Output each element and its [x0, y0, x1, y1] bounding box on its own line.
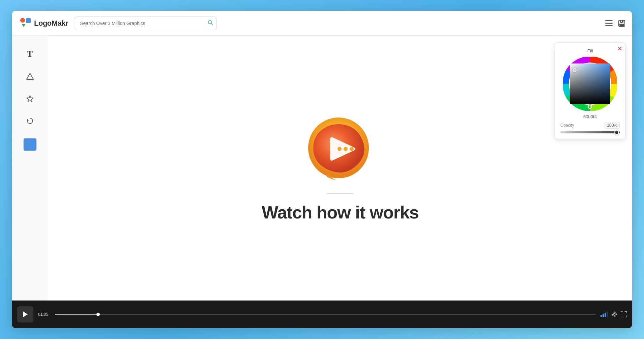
svg-rect-24 — [605, 313, 606, 317]
progress-track[interactable] — [55, 314, 596, 315]
svg-marker-13 — [27, 96, 33, 102]
main-content: T — [12, 36, 632, 301]
svg-rect-7 — [605, 25, 613, 26]
color-wheel-container — [560, 57, 620, 111]
svg-rect-23 — [603, 314, 604, 317]
save-button[interactable] — [618, 20, 625, 27]
logo-icon — [19, 17, 31, 30]
player-controls — [601, 311, 627, 317]
logo-text: LogoMakr — [34, 19, 68, 28]
volume-icon — [601, 312, 608, 317]
menu-icon — [605, 20, 613, 26]
canvas-title: Watch how it works — [262, 202, 418, 223]
picker-handle-bottom[interactable] — [588, 105, 592, 109]
time-label: 01:05 — [38, 312, 50, 317]
progress-fill — [55, 314, 98, 315]
svg-marker-21 — [23, 311, 28, 317]
svg-rect-2 — [26, 18, 31, 23]
opacity-row: Opacity 100% — [560, 122, 620, 129]
play-icon — [22, 311, 28, 318]
logo-area: LogoMakr — [19, 17, 68, 30]
svg-point-26 — [613, 313, 615, 315]
svg-rect-22 — [601, 315, 602, 317]
fullscreen-icon — [621, 311, 627, 317]
search-bar — [75, 17, 216, 30]
history-tool-button[interactable] — [22, 113, 38, 129]
svg-line-4 — [211, 23, 213, 25]
shape-tool-icon — [26, 73, 34, 80]
canvas-area[interactable]: Watch how it works ✕ Fill — [48, 36, 632, 301]
svg-point-27 — [612, 312, 616, 316]
color-picker-panel: ✕ Fill — [555, 43, 625, 139]
settings-button[interactable] — [611, 311, 617, 317]
video-player: 01:05 — [12, 301, 632, 328]
svg-rect-10 — [619, 24, 624, 26]
panel-close-button[interactable]: ✕ — [617, 46, 622, 52]
play-button[interactable] — [17, 306, 33, 322]
settings-icon — [611, 311, 617, 317]
app-window: LogoMakr — [12, 11, 632, 328]
header-actions — [605, 20, 625, 27]
search-button[interactable] — [208, 20, 213, 27]
volume-button[interactable] — [601, 312, 608, 317]
opacity-label: Opacity — [560, 123, 574, 128]
history-tool-icon — [26, 117, 34, 125]
opacity-value: 100% — [605, 122, 620, 129]
search-input[interactable] — [75, 17, 216, 30]
text-tool-button[interactable]: T — [22, 46, 38, 62]
svg-marker-1 — [22, 24, 25, 27]
text-tool-icon: T — [27, 49, 33, 59]
svg-point-17 — [350, 147, 354, 151]
svg-marker-12 — [27, 73, 33, 79]
opacity-slider[interactable] — [560, 131, 620, 133]
menu-button[interactable] — [605, 20, 613, 26]
svg-rect-6 — [605, 23, 613, 24]
svg-point-15 — [338, 147, 342, 151]
panel-title: Fill — [560, 48, 620, 53]
shape-tool-button[interactable] — [22, 68, 38, 84]
icon-tool-button[interactable] — [22, 90, 38, 107]
color-hex: 60b0f4 — [560, 114, 620, 119]
svg-point-16 — [344, 147, 348, 151]
search-icon — [208, 20, 213, 25]
opacity-slider-thumb — [614, 130, 619, 135]
left-toolbar: T — [12, 36, 48, 301]
svg-point-0 — [20, 18, 25, 23]
svg-rect-25 — [607, 312, 608, 317]
color-wheel-wrapper[interactable] — [563, 57, 617, 111]
color-picker-square[interactable] — [570, 63, 610, 104]
canvas-logo: Watch how it works — [262, 114, 418, 223]
icon-tool-icon — [26, 95, 34, 102]
color-swatch[interactable] — [23, 138, 37, 151]
svg-rect-11 — [621, 21, 622, 22]
canvas-logo-graphic — [303, 114, 377, 188]
header: LogoMakr — [12, 11, 632, 36]
svg-rect-5 — [605, 20, 613, 21]
progress-thumb — [96, 313, 100, 316]
save-icon — [618, 20, 625, 27]
picker-handle[interactable] — [573, 68, 577, 72]
fullscreen-button[interactable] — [621, 311, 627, 317]
